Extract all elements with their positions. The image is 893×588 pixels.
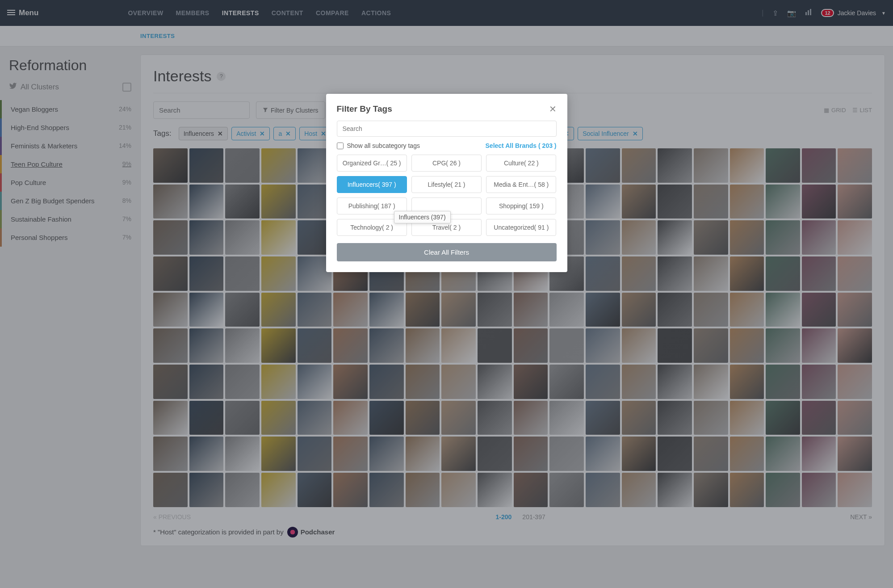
clear-all-filters-button[interactable]: Clear All Filters: [337, 243, 557, 261]
modal-search-input[interactable]: [337, 121, 557, 137]
modal-tag-option[interactable]: Shopping( 159 ): [486, 197, 556, 214]
close-icon[interactable]: ✕: [549, 104, 557, 114]
modal-title: Filter By Tags: [337, 104, 392, 114]
modal-tag-option[interactable]: Uncategorized( 91 ): [486, 219, 556, 236]
show-subcategory-checkbox[interactable]: Show all subcategory tags: [337, 142, 420, 149]
modal-overlay[interactable]: [0, 0, 893, 554]
modal-tag-option[interactable]: Culture( 22 ): [486, 155, 556, 172]
filter-tags-modal: Filter By Tags ✕ Show all subcategory ta…: [326, 94, 567, 272]
tag-tooltip: Influencers (397): [394, 211, 451, 223]
select-all-brands-link[interactable]: Select All Brands ( 203 ): [486, 142, 557, 149]
modal-tag-option[interactable]: Influencers( 397 ): [337, 176, 407, 193]
modal-tag-option[interactable]: Lifestyle( 21 ): [411, 176, 482, 193]
modal-tag-option[interactable]: Media & Ent…( 58 ): [486, 176, 556, 193]
modal-tag-option[interactable]: CPG( 26 ): [411, 155, 482, 172]
subcategory-checkbox-input[interactable]: [337, 143, 344, 149]
modal-tag-option[interactable]: Organized Gr…( 25 ): [337, 155, 407, 172]
modal-tag-grid: Organized Gr…( 25 )CPG( 26 )Culture( 22 …: [337, 155, 557, 236]
